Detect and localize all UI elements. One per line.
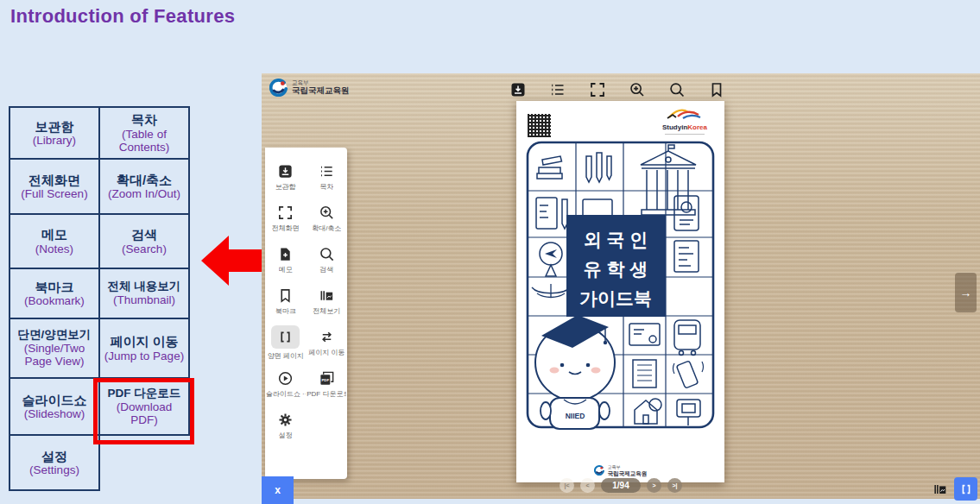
mascot: NIIED xyxy=(535,315,615,429)
logo-organization: 국립국제교육원 xyxy=(292,86,350,96)
government-logo-icon xyxy=(269,79,288,97)
mascot-label: NIIED xyxy=(566,412,585,420)
sidebar-item-bookmark[interactable]: 북마크 xyxy=(265,287,307,329)
cover-title-line1: 외 국 인 xyxy=(584,230,648,249)
fullscreen-icon xyxy=(277,205,294,221)
svg-text:PDF: PDF xyxy=(321,378,329,382)
sidebar-item-library[interactable]: 보관함 xyxy=(265,163,307,205)
sidebar-item-two-page[interactable]: 양면 페이지 xyxy=(265,329,307,370)
cell-toc: 목차(Table of Contents) xyxy=(99,107,189,159)
sidebar-item-jump-page[interactable]: 페이지 이동 xyxy=(307,329,348,370)
first-page-button[interactable]: |< xyxy=(560,478,574,493)
brand-part2: Korea xyxy=(687,123,707,131)
page-navigation: |< < 1/94 > >| xyxy=(262,478,980,493)
cell-slideshow: 슬라이드쇼(Slideshow) xyxy=(9,378,99,435)
cover-title-line2: 유 학 생 xyxy=(584,259,648,279)
library-icon[interactable] xyxy=(509,81,527,98)
highlight-box-pdf-download xyxy=(93,378,194,444)
sidebar-item-pdf-download[interactable]: PDF PDF 다운로드 xyxy=(307,370,348,412)
sidebar-item-label: 전체보기 xyxy=(313,306,340,316)
table-row: 단면/양면보기(Single/Two Page View) 페이지 이동(Jum… xyxy=(9,318,189,378)
brand-part1: Studyin xyxy=(662,123,687,131)
fullscreen-icon[interactable] xyxy=(589,81,606,98)
search-icon xyxy=(319,246,335,262)
book-page: StudyinKorea xyxy=(516,101,724,482)
sidebar-item-thumbnail[interactable]: 전체보기 xyxy=(307,287,348,329)
table-row: 보관함(Library) 목차(Table of Contents) xyxy=(9,107,189,159)
sidebar-item-toc[interactable]: 목차 xyxy=(307,163,348,205)
memo-icon xyxy=(277,246,294,262)
cell-page-view: 단면/양면보기(Single/Two Page View) xyxy=(9,318,99,378)
cover-footer-logo: 교육부 국립국제교육원 xyxy=(516,465,724,476)
viewer-logo: 교육부 국립국제교육원 xyxy=(269,79,350,97)
search-icon[interactable] xyxy=(668,81,686,98)
zoom-in-out-icon xyxy=(319,205,335,221)
sidebar-item-fullscreen[interactable]: 전체화면 xyxy=(265,205,307,246)
table-row: 메모(Notes) 검색(Search) xyxy=(9,214,189,268)
sidebar-item-search[interactable]: 검색 xyxy=(307,246,348,287)
studyinkorea-swoosh-icon xyxy=(666,107,704,121)
sidebar-item-label: 메모 xyxy=(279,265,293,274)
table-row: 전체화면(Full Screen) 확대/축소(Zoom In/Out) xyxy=(9,159,189,214)
cell-fullscreen: 전체화면(Full Screen) xyxy=(9,159,99,214)
sidebar-item-label: 목차 xyxy=(319,182,333,192)
cell-thumbnail: 전체 내용보기(Thumbnail) xyxy=(99,268,189,318)
sidebar-item-zoom[interactable]: 확대/축소 xyxy=(307,205,348,246)
two-page-icon xyxy=(277,329,294,345)
sidebar-item-label: 북마크 xyxy=(275,306,296,316)
table-of-contents-icon[interactable] xyxy=(549,81,566,98)
bookmark-icon xyxy=(277,287,294,304)
sidebar-item-slideshow[interactable]: 슬라이드쇼 ··· xyxy=(265,370,307,412)
sidebar-item-label: PDF 다운로드 xyxy=(307,389,346,399)
cell-bookmark: 북마크(Bookmark) xyxy=(9,268,99,318)
top-toolbar xyxy=(509,81,725,98)
page-turn-right-button[interactable]: → xyxy=(955,273,977,312)
qr-code xyxy=(528,114,551,137)
pdf-download-icon: PDF xyxy=(319,370,335,387)
table-row: 북마크(Bookmark) 전체 내용보기(Thumbnail) xyxy=(9,268,189,318)
bookmark-icon[interactable] xyxy=(708,81,725,98)
cell-settings: 설정(Settings) xyxy=(9,435,99,490)
page-title: Introduction of Features xyxy=(10,5,235,28)
prev-page-button[interactable]: < xyxy=(580,478,595,493)
library-icon xyxy=(277,163,294,180)
cover-title-line3: 가이드북 xyxy=(579,288,652,308)
cover-artwork: 외 국 인 유 학 생 가이드북 NIIED xyxy=(526,141,715,441)
cell-zoom: 확대/축소(Zoom In/Out) xyxy=(99,159,189,214)
sidebar-menu: 보관함 목차 전체화면 확대/축소 메모 검색 북마크 전체보기 xyxy=(265,148,347,479)
sidebar-item-memo[interactable]: 메모 xyxy=(265,246,307,287)
jump-page-icon xyxy=(319,329,335,345)
slideshow-icon xyxy=(277,370,294,387)
sidebar-item-label: 슬라이드쇼 ··· xyxy=(266,389,306,399)
red-arrow xyxy=(201,234,262,287)
sidebar-item-label: 보관함 xyxy=(275,182,296,192)
government-logo-icon xyxy=(594,465,604,476)
cell-library: 보관함(Library) xyxy=(9,107,99,159)
cell-search: 검색(Search) xyxy=(99,214,189,268)
ebook-viewer: 교육부 국립국제교육원 xyxy=(262,73,980,499)
sidebar-close-button[interactable]: x xyxy=(262,476,294,504)
sidebar-item-label: 양면 페이지 xyxy=(268,351,304,361)
sidebar-item-label: 설정 xyxy=(279,431,293,440)
zoom-in-out-icon[interactable] xyxy=(629,81,646,98)
footer-organization: 국립국제교육원 xyxy=(608,470,648,476)
sidebar-item-label: 페이지 이동 xyxy=(308,348,345,357)
thumbnail-icon xyxy=(319,287,335,304)
page-counter[interactable]: 1/94 xyxy=(601,478,641,493)
table-of-contents-icon xyxy=(319,163,335,180)
last-page-button[interactable]: >| xyxy=(667,478,682,493)
studyinkorea-logo: StudyinKorea xyxy=(653,107,717,135)
next-page-button[interactable]: > xyxy=(647,478,661,493)
cell-notes: 메모(Notes) xyxy=(9,214,99,268)
sidebar-item-settings[interactable]: 설정 xyxy=(265,412,307,453)
cell-jump-page: 페이지 이동(Jump to Page) xyxy=(99,318,189,378)
sidebar-item-label: 검색 xyxy=(319,265,333,274)
settings-gear-icon xyxy=(277,412,294,428)
sidebar-item-label: 확대/축소 xyxy=(312,224,341,233)
brand-tagline-rule xyxy=(665,134,705,135)
sidebar-item-label: 전체화면 xyxy=(272,224,300,233)
